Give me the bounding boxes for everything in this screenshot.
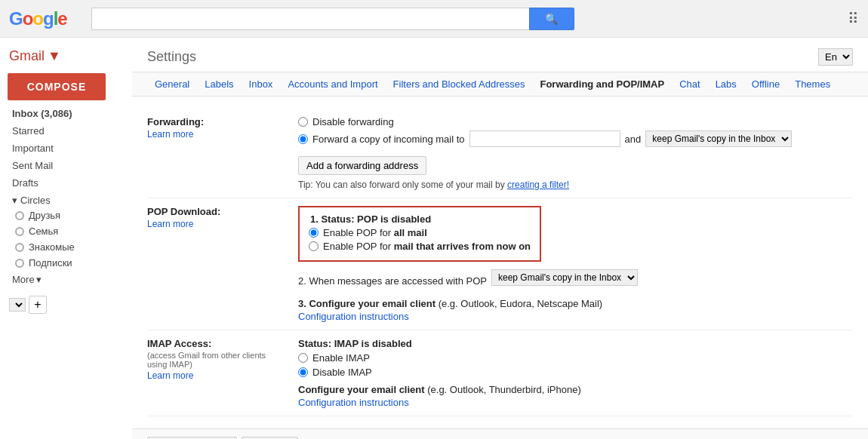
content-area: Settings En General Labels Inbox Account… [132, 38, 868, 439]
forwarding-label: Forwarding: [147, 116, 204, 127]
sidebar-item-drafts[interactable]: Drafts [0, 174, 132, 192]
pop-label-col: POP Download: Learn more [147, 206, 283, 322]
tab-labs[interactable]: Labs [708, 72, 744, 96]
imap-disable-label: Disable IMAP [312, 367, 372, 378]
imap-label-col: IMAP Access: (access Gmail from other cl… [147, 338, 283, 408]
top-bar: Google 🔍 ⠿ [0, 0, 868, 38]
tab-themes[interactable]: Themes [787, 72, 838, 96]
forward-action-select[interactable]: keep Gmail's copy in the Inbox [645, 130, 792, 147]
circle-radio-icon [15, 259, 24, 268]
pop-content: 1. Status: POP is disabled Enable POP fo… [298, 206, 853, 322]
imap-learn-more[interactable]: Learn more [147, 370, 283, 381]
imap-enable-row: Enable IMAP [298, 352, 853, 364]
imap-configure-label: Configure your email client [298, 384, 425, 395]
and-label: and [625, 134, 642, 145]
sidebar-item-family[interactable]: Семья [0, 223, 132, 239]
circle-radio-icon [15, 243, 24, 252]
pop-config-instructions-link[interactable]: Configuration instructions [298, 311, 853, 322]
google-logo: Google [9, 8, 67, 29]
imap-row: IMAP Access: (access Gmail from other cl… [147, 330, 853, 416]
sidebar-item-subscriptions[interactable]: Подписки [0, 255, 132, 271]
pop-when-row: 2. When messages are accessed with POP k… [298, 269, 853, 292]
imap-enable-label: Enable IMAP [312, 352, 370, 364]
forwarding-learn-more[interactable]: Learn more [147, 129, 283, 140]
disable-forwarding-radio[interactable] [298, 117, 308, 127]
tab-accounts[interactable]: Accounts and Import [280, 72, 385, 96]
circle-friends-label: Друзья [29, 210, 60, 221]
add-circle-button[interactable]: + [29, 296, 47, 314]
tab-offline[interactable]: Offline [744, 72, 787, 96]
forwarding-content: Disable forwarding Forward a copy of inc… [298, 116, 853, 190]
imap-status-text: Status: IMAP is disabled [298, 338, 853, 349]
content-header: Settings En [132, 38, 868, 72]
forward-copy-label: Forward a copy of incoming mail to [312, 134, 465, 145]
tab-chat[interactable]: Chat [672, 72, 707, 96]
disable-forwarding-row: Disable forwarding [298, 116, 853, 127]
sidebar-item-sent[interactable]: Sent Mail [0, 157, 132, 174]
sidebar-item-inbox[interactable]: Inbox (3,086) [0, 105, 132, 122]
pop-enable-now-radio[interactable] [309, 241, 319, 251]
gmail-dropdown-icon: ▼ [48, 48, 61, 64]
search-bar: 🔍 [91, 8, 574, 30]
sidebar: Gmail ▼ COMPOSE Inbox (3,086) Starred Im… [0, 38, 132, 439]
pop-status-text: 1. Status: POP is disabled [310, 213, 431, 225]
forwarding-label-col: Forwarding: Learn more [147, 116, 283, 190]
page-title: Settings [147, 49, 196, 65]
sidebar-item-important[interactable]: Important [0, 140, 132, 157]
sidebar-item-acquaintances[interactable]: Знакомые [0, 239, 132, 255]
pop-enable-all-label: Enable POP for all mail [323, 227, 427, 238]
pop-status-box: 1. Status: POP is disabled Enable POP fo… [298, 206, 541, 262]
imap-config-instructions-link[interactable]: Configuration instructions [298, 397, 853, 408]
pop-row: POP Download: Learn more 1. Status: POP … [147, 198, 853, 330]
grid-icon[interactable]: ⠿ [848, 11, 859, 27]
search-input[interactable] [91, 8, 529, 30]
creating-filter-link[interactable]: creating a filter! [507, 180, 569, 190]
circle-family-label: Семья [29, 226, 58, 237]
sidebar-section-circles[interactable]: ▾ Circles [0, 192, 132, 207]
pop-when-select[interactable]: keep Gmail's copy in the Inbox [491, 269, 638, 286]
gmail-text: Gmail [9, 48, 45, 64]
sidebar-item-friends[interactable]: Друзья [0, 207, 132, 223]
forwarding-row: Forwarding: Learn more Disable forwardin… [147, 109, 853, 198]
circles-label: Circles [20, 195, 51, 206]
sidebar-more-button[interactable]: More ▾ [0, 271, 132, 288]
imap-disable-radio[interactable] [298, 367, 308, 377]
circle-radio-icon [15, 227, 24, 236]
pop-configure-label: 3. Configure your email client [298, 298, 436, 309]
footer-bar: Save Changes Cancel [132, 428, 868, 439]
settings-body: Forwarding: Learn more Disable forwardin… [132, 97, 868, 428]
imap-label: IMAP Access: [147, 338, 211, 349]
top-right-area: ⠿ [848, 10, 859, 28]
language-selector: En [818, 48, 853, 66]
tab-labels[interactable]: Labels [197, 72, 241, 96]
more-arrow-icon: ▾ [36, 274, 42, 285]
tab-filters[interactable]: Filters and Blocked Addresses [386, 72, 533, 96]
tab-inbox[interactable]: Inbox [242, 72, 281, 96]
forward-copy-row: Forward a copy of incoming mail to and k… [298, 130, 853, 147]
add-forwarding-button[interactable]: Add a forwarding address [298, 156, 426, 175]
sidebar-item-starred[interactable]: Starred [0, 122, 132, 140]
tab-forwarding[interactable]: Forwarding and POP/IMAP [532, 72, 672, 96]
pop-label: POP Download: [147, 206, 220, 217]
main-layout: Gmail ▼ COMPOSE Inbox (3,086) Starred Im… [0, 38, 868, 439]
compose-button[interactable]: COMPOSE [8, 73, 106, 100]
pop-configure-desc: (e.g. Outlook, Eudora, Netscape Mail) [439, 298, 603, 309]
sidebar-bottom: + [0, 291, 132, 318]
gmail-label[interactable]: Gmail ▼ [0, 44, 132, 69]
pop-enable-all-radio[interactable] [309, 228, 319, 238]
settings-nav: General Labels Inbox Accounts and Import… [132, 72, 868, 97]
pop-enable-now-row: Enable POP for mail that arrives from no… [309, 241, 531, 252]
language-dropdown[interactable]: En [818, 48, 853, 66]
circle-radio-icon [15, 211, 24, 220]
sidebar-bottom-select[interactable] [9, 298, 26, 312]
add-forwarding-btn-row: Add a forwarding address [298, 150, 853, 175]
pop-enable-now-label: Enable POP for mail that arrives from no… [323, 241, 531, 252]
pop-learn-more[interactable]: Learn more [147, 219, 283, 229]
forward-copy-radio[interactable] [298, 134, 308, 144]
pop-enable-all-row: Enable POP for all mail [309, 227, 531, 238]
tab-general[interactable]: General [147, 72, 197, 96]
tip-text-label: Tip: You can also forward only some of y… [298, 180, 505, 190]
forward-address-input[interactable] [469, 130, 620, 147]
search-button[interactable]: 🔍 [529, 8, 574, 30]
imap-enable-radio[interactable] [298, 353, 308, 363]
